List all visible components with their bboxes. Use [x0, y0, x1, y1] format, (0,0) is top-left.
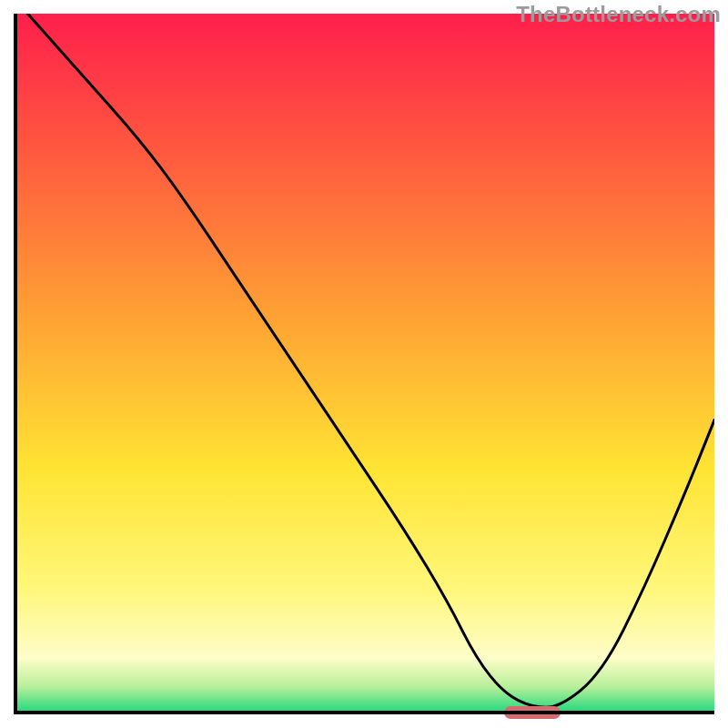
plot-area — [14, 14, 714, 714]
watermark-text: TheBottleneck.com — [516, 2, 721, 27]
bottleneck-curve — [14, 14, 714, 714]
x-axis — [14, 711, 714, 714]
chart-container: TheBottleneck.com — [0, 0, 728, 728]
y-axis — [14, 14, 17, 714]
